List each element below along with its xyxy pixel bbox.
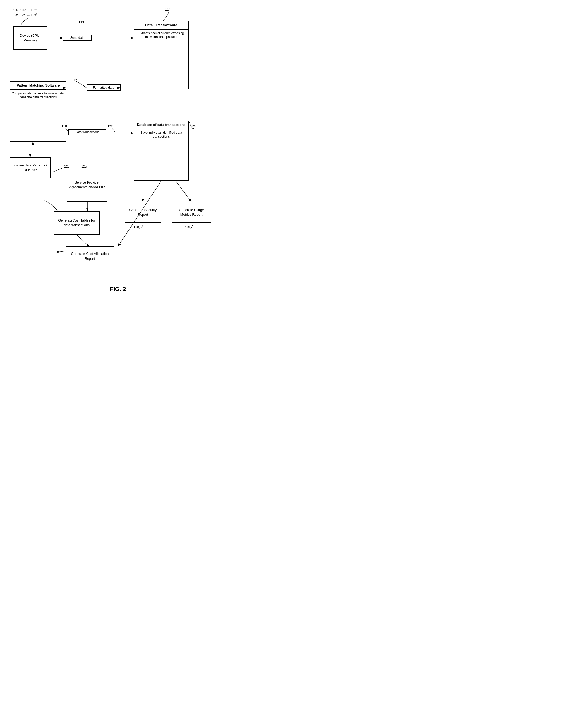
svg-line-14: [77, 235, 89, 246]
generate-cost-tables-box: GenerateCost Tables for data transaction…: [54, 211, 100, 235]
ref-113-label: 113: [79, 20, 84, 24]
ref-122-label: 122: [107, 125, 113, 128]
generate-cost-report-box: Generate Cost Allocation Report: [65, 246, 114, 266]
fig-label: FIG. 2: [5, 286, 231, 293]
device-ref2-label: 106, 106' … 106n: [13, 13, 38, 17]
ref-114-label: 114: [165, 8, 170, 12]
database-box: Database of data transactions Save indiv…: [134, 121, 189, 181]
pattern-matching-box: Pattern Matching Software Compare data p…: [10, 81, 66, 142]
ref-130-label: 130: [134, 226, 139, 229]
database-title: Database of data transactions: [134, 121, 188, 129]
known-data-box: Known data Patterns / Rule Set: [10, 157, 50, 178]
ref-116-label: 116: [72, 78, 77, 82]
ref-128-label: 128: [54, 250, 59, 254]
generate-security-box: Generate Security Report: [125, 202, 161, 223]
data-filter-body: Extracts packet stream exposing individu…: [134, 29, 188, 41]
diagram-container: 102, 102' … 102n 106, 106' … 106n 114 De…: [5, 5, 231, 280]
generate-usage-box: Generate Usage Metrics Report: [172, 202, 211, 223]
device-box: Device (CPU, Memory): [13, 26, 47, 50]
ref-118-label: 118: [62, 125, 67, 128]
device-ref1-label: 102, 102' … 102n: [13, 8, 38, 12]
database-body: Save individual identified data transact…: [134, 129, 188, 141]
pattern-matching-title: Pattern Matching Software: [10, 82, 66, 90]
data-filter-box: Data Filter Software Extracts packet str…: [134, 21, 189, 89]
formatted-data-box: Formatted data: [86, 84, 121, 91]
ref-124-label: 124: [191, 125, 196, 128]
data-transactions-box: Data transactions: [68, 129, 106, 135]
ref-126-label: 126: [44, 199, 49, 203]
pattern-matching-body: Compare data packets to known data; gene…: [10, 90, 66, 101]
service-provider-box: Service Provider Agreements and/or Bills: [67, 168, 107, 202]
data-filter-title: Data Filter Software: [134, 21, 188, 29]
send-data-box: Send data: [63, 35, 92, 41]
ref-132-label: 132: [185, 226, 190, 229]
svg-line-13: [176, 181, 191, 202]
